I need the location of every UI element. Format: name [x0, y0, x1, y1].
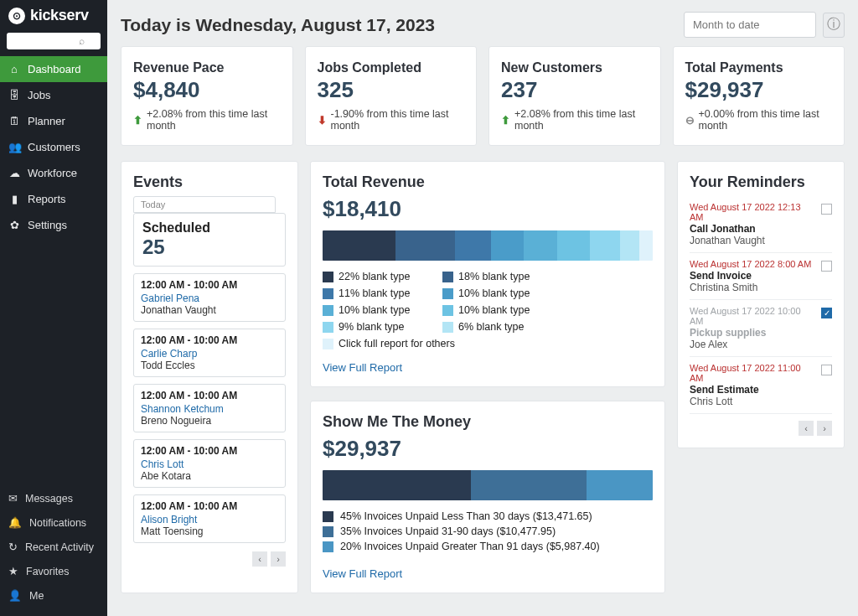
events-prev-button[interactable]: ‹ — [252, 551, 267, 567]
kpi-title: Total Payments — [685, 60, 833, 75]
reminder-checkbox[interactable] — [821, 261, 832, 272]
event-customer-link[interactable]: Carlie Charp — [141, 348, 278, 360]
sidebar-item-messages[interactable]: ✉Messages — [0, 486, 107, 510]
sidebar-item-label: Planner — [28, 115, 65, 127]
main-content: Today is Wednesday, August 17, 2023 Mont… — [107, 0, 858, 616]
sidebar-item-jobs[interactable]: 🗄Jobs — [0, 82, 107, 108]
reminders-next-button[interactable]: › — [817, 421, 832, 436]
reminder-item[interactable]: Wed August 17 2022 12:13 AM Call Jonatha… — [690, 196, 832, 253]
event-time: 12:00 AM - 10:00 AM — [141, 334, 278, 346]
sidebar-item-recent-activity[interactable]: ↻Recent Activity — [0, 535, 107, 559]
date-range-select[interactable]: Month to date — [684, 12, 816, 38]
revenue-bar-segment — [323, 230, 395, 261]
events-next-button[interactable]: › — [271, 551, 286, 567]
sidebar-item-workforce[interactable]: ☁Workforce — [0, 160, 107, 186]
event-time: 12:00 AM - 10:00 AM — [141, 279, 278, 291]
legend-text: Click full report for others — [339, 338, 455, 349]
legend-text: 6% blank type — [458, 321, 525, 333]
messages-icon: ✉ — [8, 492, 18, 505]
money-total: $29,937 — [323, 436, 653, 462]
money-bar-chart — [323, 470, 653, 500]
legend-item: 6% blank type — [442, 321, 541, 333]
kpi-card: Total Payments $29,937 ⊖+0.00% from this… — [673, 46, 845, 146]
reminder-checkbox[interactable]: ✓ — [821, 308, 832, 318]
kpi-value: 237 — [501, 77, 649, 103]
arrow-flat-icon: ⊖ — [685, 114, 695, 127]
sidebar-item-label: Workforce — [28, 167, 77, 179]
info-button[interactable]: ⓘ — [823, 13, 845, 38]
reminders-prev-button[interactable]: ‹ — [799, 421, 814, 436]
legend-swatch — [323, 272, 333, 282]
event-item[interactable]: 12:00 AM - 10:00 AM Chris Lott Abe Kotar… — [133, 439, 286, 488]
sidebar-item-label: Recent Activity — [25, 541, 94, 553]
legend-swatch — [442, 305, 453, 316]
revenue-bar-segment — [524, 230, 556, 261]
legend-item: 45% Invoices Unpaid Less Than 30 days ($… — [323, 510, 653, 522]
kpi-delta: ⬆+2.08% from this time last month — [501, 108, 649, 132]
event-customer-link[interactable]: Alison Bright — [141, 514, 278, 525]
legend-swatch — [323, 511, 333, 522]
scheduled-summary: Scheduled 25 — [133, 213, 286, 267]
reminders-title: Your Reminders — [690, 173, 832, 191]
reminder-when: Wed August 17 2022 10:00 AM — [690, 306, 816, 326]
revenue-full-report-link[interactable]: View Full Report — [323, 361, 402, 374]
legend-swatch — [323, 339, 333, 349]
legend-item: 10% blank type — [442, 304, 541, 316]
sidebar-item-settings[interactable]: ✿Settings — [0, 212, 107, 238]
reminder-checkbox[interactable] — [821, 365, 832, 375]
event-customer-link[interactable]: Shannon Ketchum — [141, 403, 278, 415]
sidebar-item-customers[interactable]: 👥Customers — [0, 134, 107, 160]
legend-swatch — [442, 288, 453, 299]
legend-swatch — [323, 526, 333, 537]
money-legend: 45% Invoices Unpaid Less Than 30 days ($… — [323, 510, 653, 552]
revenue-bar-segment — [395, 230, 455, 261]
favorites-icon: ★ — [8, 565, 18, 577]
revenue-bar-segment — [491, 230, 524, 261]
revenue-bar-segment — [620, 230, 640, 261]
legend-item: 35% Invoices Unpaid 31-90 days ($10,477.… — [323, 525, 653, 537]
page-title: Today is Wednesday, August 17, 2023 — [121, 15, 435, 35]
sidebar-item-label: Reports — [28, 193, 66, 205]
sidebar-item-label: Me — [29, 590, 44, 602]
sidebar-item-label: Favorites — [26, 566, 69, 577]
legend-swatch — [323, 288, 333, 299]
legend-item: 10% blank type — [323, 304, 421, 316]
kpi-delta: ⬆+2.08% from this time last month — [133, 108, 281, 132]
search-icon[interactable]: ⌕ — [79, 35, 85, 47]
reminder-item[interactable]: Wed August 17 2022 8:00 AM Send Invoice … — [690, 253, 832, 300]
sidebar-item-reports[interactable]: ▮Reports — [0, 186, 107, 212]
event-item[interactable]: 12:00 AM - 10:00 AM Carlie Charp Todd Ec… — [133, 329, 286, 377]
sidebar-item-favorites[interactable]: ★Favorites — [0, 559, 107, 583]
event-time: 12:00 AM - 10:00 AM — [141, 500, 278, 512]
sidebar-item-planner[interactable]: 🗓Planner — [0, 108, 107, 134]
notifications-icon: 🔔 — [8, 516, 22, 529]
event-item[interactable]: 12:00 AM - 10:00 AM Shannon Ketchum Bren… — [133, 384, 286, 432]
event-time: 12:00 AM - 10:00 AM — [141, 390, 278, 401]
legend-swatch — [442, 272, 453, 282]
event-customer-link[interactable]: Gabriel Pena — [141, 292, 278, 304]
reminder-item[interactable]: Wed August 17 2022 10:00 AM Pickup suppl… — [690, 300, 832, 357]
legend-item: 20% Invoices Unpaid Greater Than 91 days… — [323, 541, 653, 552]
legend-item: 9% blank type — [323, 321, 421, 333]
money-bar-segment — [471, 470, 587, 500]
money-full-report-link[interactable]: View Full Report — [323, 567, 402, 580]
events-tab-today[interactable]: Today — [133, 196, 276, 213]
search-input[interactable] — [12, 35, 79, 47]
event-customer-link[interactable]: Chris Lott — [141, 458, 278, 470]
reminder-item[interactable]: Wed August 17 2022 11:00 AM Send Estimat… — [690, 357, 832, 414]
jobs-icon: 🗄 — [8, 89, 20, 101]
reminder-checkbox[interactable] — [821, 204, 832, 215]
sidebar-item-notifications[interactable]: 🔔Notifications — [0, 510, 107, 535]
sidebar-item-me[interactable]: 👤Me — [0, 583, 107, 608]
legend-text: 45% Invoices Unpaid Less Than 30 days ($… — [340, 510, 592, 522]
reminder-who: Chris Lott — [690, 396, 816, 407]
kpi-card: New Customers 237 ⬆+2.08% from this time… — [488, 46, 661, 146]
sidebar-item-dashboard[interactable]: ⌂Dashboard — [0, 56, 107, 82]
legend-text: 35% Invoices Unpaid 31-90 days ($10,477.… — [340, 525, 556, 537]
event-item[interactable]: 12:00 AM - 10:00 AM Gabriel Pena Jonatha… — [133, 273, 286, 322]
legend-swatch — [323, 541, 333, 552]
legend-text: 11% blank type — [339, 287, 410, 299]
kpi-title: Revenue Pace — [133, 60, 281, 75]
money-panel: Show Me The Money $29,937 45% Invoices U… — [310, 401, 665, 593]
event-item[interactable]: 12:00 AM - 10:00 AM Alison Bright Matt T… — [133, 494, 286, 543]
